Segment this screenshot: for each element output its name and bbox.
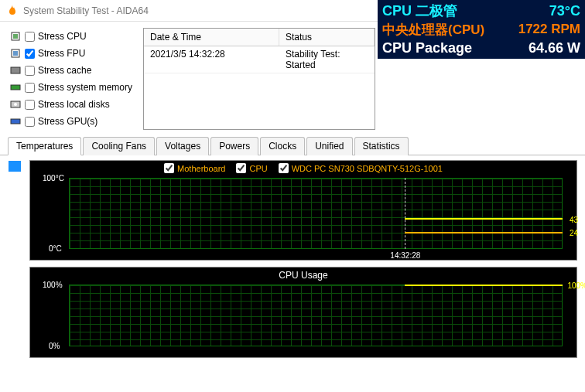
time-marker: 14:32:28: [405, 178, 405, 249]
mb-temp-value: 24: [570, 229, 578, 237]
usage-title: CPU Usage: [30, 268, 576, 283]
stress-cpu-checkbox[interactable]: [25, 32, 35, 42]
stress-cache-label: Stress cache: [38, 65, 91, 76]
stress-disk-checkbox[interactable]: [25, 100, 35, 110]
tab-unified[interactable]: Unified: [306, 137, 352, 155]
svg-point-7: [14, 103, 17, 106]
svg-rect-5: [11, 85, 20, 90]
temperature-chart: Motherboard CPU WDC PC SN730 SDBQNTY-512…: [29, 160, 577, 261]
legend-cpu-checkbox[interactable]: [236, 163, 246, 173]
log-cell-date: 2021/3/5 14:32:28: [144, 46, 279, 73]
usage-value: 100%: [567, 281, 585, 290]
tab-temperatures[interactable]: Temperatures: [8, 137, 81, 155]
chart-selector-icon[interactable]: [9, 161, 21, 172]
stress-disk-label: Stress local disks: [38, 99, 110, 110]
usage-ytop: 100%: [43, 281, 63, 289]
gpu-icon: [9, 116, 22, 127]
cpu-temp-value: 43: [570, 216, 578, 224]
legend-ssd-label: WDC PC SN730 SDBQNTY-512G-1001: [292, 164, 443, 173]
mb-temp-line: [405, 232, 563, 233]
log-cell-status: Stability Test: Started: [279, 46, 375, 73]
flame-icon: [6, 5, 19, 17]
tab-cooling-fans[interactable]: Cooling Fans: [83, 137, 155, 155]
tab-statistics[interactable]: Statistics: [354, 137, 409, 155]
stress-options: Stress CPU Stress FPU Stress cache Stres…: [9, 28, 137, 130]
log-header: Date & Time Status: [144, 29, 375, 46]
stress-memory-checkbox[interactable]: [25, 83, 35, 93]
cpu-temp-line: [405, 218, 563, 220]
log-col-date: Date & Time: [144, 29, 279, 46]
temp-ytop: 100°C: [43, 174, 64, 182]
cpu-icon: [9, 31, 22, 42]
time-marker-label: 14:32:28: [390, 251, 420, 260]
usage-line: [405, 285, 563, 286]
svg-rect-8: [11, 119, 20, 124]
svg-rect-1: [13, 34, 18, 39]
stress-memory-label: Stress system memory: [38, 82, 132, 93]
stress-fpu-label: Stress FPU: [38, 48, 85, 59]
stress-cpu-label: Stress CPU: [38, 31, 87, 42]
temp-ybot: 0°C: [49, 244, 62, 253]
usage-grid: [69, 285, 563, 346]
log-row[interactable]: 2021/3/5 14:32:28 Stability Test: Starte…: [144, 46, 375, 73]
stress-gpu-label: Stress GPU(s): [38, 116, 98, 127]
temp-grid: [69, 178, 563, 249]
fpu-icon: [9, 48, 22, 59]
svg-rect-4: [11, 67, 20, 73]
cpu-usage-chart: CPU Usage 100% 0% 100%: [29, 267, 577, 358]
disk-icon: [9, 99, 22, 110]
overlay-cpu-fan-label: 中央处理器(CPU): [382, 21, 484, 39]
overlay-cpu-package-value: 64.66 W: [529, 40, 580, 56]
sensor-overlay: CPU 二极管73°C 中央处理器(CPU)1722 RPM CPU Packa…: [378, 0, 585, 59]
svg-rect-3: [13, 51, 18, 56]
tab-clocks[interactable]: Clocks: [260, 137, 305, 155]
tab-powers[interactable]: Powers: [210, 137, 258, 155]
log-table[interactable]: Date & Time Status 2021/3/5 14:32:28 Sta…: [143, 28, 375, 130]
legend-mb-label: Motherboard: [177, 164, 225, 173]
stress-gpu-checkbox[interactable]: [25, 117, 35, 127]
overlay-cpu-diode-label: CPU 二极管: [382, 2, 457, 20]
legend-mb-checkbox[interactable]: [164, 163, 174, 173]
overlay-cpu-diode-value: 73°C: [549, 3, 580, 19]
cache-icon: [9, 65, 22, 76]
legend-ssd-checkbox[interactable]: [279, 163, 289, 173]
window-title: System Stability Test - AIDA64: [23, 5, 149, 16]
memory-icon: [9, 82, 22, 93]
tab-bar: Temperatures Cooling Fans Voltages Power…: [0, 136, 585, 155]
legend-cpu-label: CPU: [249, 164, 267, 173]
log-col-status: Status: [279, 29, 375, 46]
overlay-cpu-package-label: CPU Package: [382, 40, 472, 56]
tab-voltages[interactable]: Voltages: [156, 137, 209, 155]
stress-fpu-checkbox[interactable]: [25, 49, 35, 59]
temp-legend: Motherboard CPU WDC PC SN730 SDBQNTY-512…: [30, 161, 576, 176]
usage-ybot: 0%: [49, 342, 60, 350]
stress-cache-checkbox[interactable]: [25, 66, 35, 76]
overlay-cpu-fan-value: 1722 RPM: [518, 22, 580, 37]
